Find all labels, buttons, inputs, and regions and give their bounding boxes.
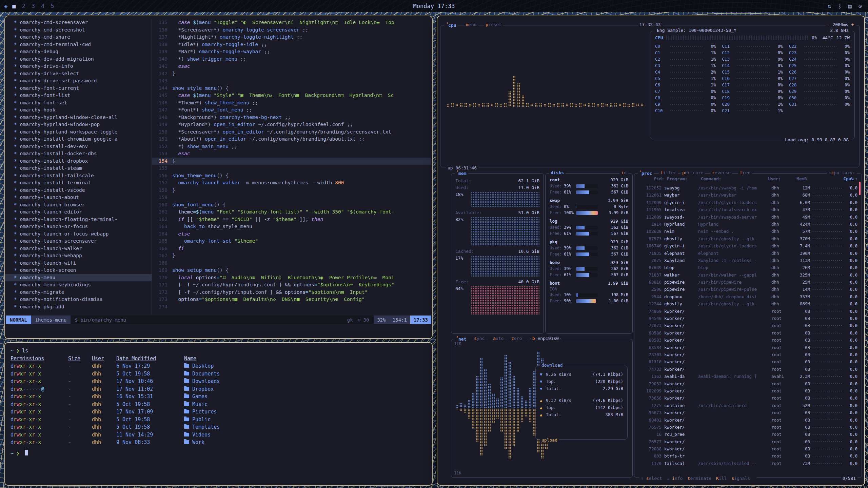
proc-row[interactable]: 112090glycin-i/usr/lib/glycin-loadersdhh…: [636, 199, 860, 206]
file-item[interactable]: * omarchy-launch-or-focus: [5, 223, 152, 230]
btop-preset-button[interactable]: preset: [484, 22, 503, 27]
proc-per-core-toggle[interactable]: per-core: [680, 170, 705, 175]
code-editor-pane[interactable]: 135 case $(menu "Toggle" "◐ Screensaver\…: [152, 19, 431, 314]
proc-row[interactable]: 68583kworker/root0B0.0: [636, 337, 860, 344]
process-list[interactable]: 112052swaybg/usr/bin/swaybg -i /homdhh12…: [636, 184, 860, 473]
directory-name[interactable]: Documents: [184, 370, 220, 378]
power-icon[interactable]: ⊙: [859, 3, 862, 9]
file-item[interactable]: * omarchy-menu: [5, 274, 152, 282]
memory-panel-title[interactable]: ²mem: [455, 170, 468, 176]
proc-row[interactable]: 79032kworker/root0B0.0: [636, 380, 860, 387]
directory-name[interactable]: Dropbox: [184, 385, 214, 393]
proc-row[interactable]: 106746glycin-i/usr/lib/glycin-loadersdhh…: [636, 242, 860, 249]
proc-row[interactable]: 102638nvimnvim --embed .dhh57M0.0: [636, 228, 860, 235]
file-item[interactable]: * omarchy-font-set: [5, 99, 152, 107]
proc-row[interactable]: 73656kworker/root0B0.0: [636, 394, 860, 402]
proc-row[interactable]: 74733kworker/root0B0.0: [636, 366, 860, 373]
net-zero-toggle[interactable]: zero: [510, 336, 524, 341]
proc-row[interactable]: 73703kworker/root0B0.0: [636, 351, 860, 358]
proc-action-select[interactable]: select: [646, 476, 662, 481]
shell-terminal-window[interactable]: ~ ❯ ls Permissions Size User Date Modifi…: [4, 342, 433, 486]
network-arrows-icon[interactable]: ⇅: [828, 3, 831, 9]
file-item[interactable]: * omarchy-launch-about: [5, 194, 152, 201]
proc-row[interactable]: 2544dropbox/home/dhh/.dropbox-distdhh357…: [636, 293, 860, 300]
tray-icon[interactable]: ▤: [848, 3, 852, 9]
file-item[interactable]: * omarchy-drive-set-password: [5, 77, 152, 85]
proc-row[interactable]: 112052swaybg/usr/bin/swaybg -i /homdhh12…: [636, 184, 860, 191]
file-item[interactable]: * omarchy-drive-select: [5, 70, 152, 78]
proc-row[interactable]: 71837walker/usr/bin/walker --gappldhh325…: [636, 271, 860, 279]
proc-row[interactable]: 76575kworker/root0B0.0: [636, 424, 860, 431]
file-item[interactable]: * omarchy-pkg-add: [5, 303, 152, 311]
directory-name[interactable]: Videos: [184, 431, 211, 439]
network-panel-title[interactable]: ³net: [455, 336, 468, 342]
proc-action-info[interactable]: info: [672, 476, 683, 481]
proc-sort-selector[interactable]: ‹cpu lazy›: [827, 170, 857, 175]
file-item[interactable]: * omarchy-cmd-share: [5, 34, 152, 41]
directory-name[interactable]: Work: [184, 439, 204, 446]
file-item[interactable]: * omarchy-hyprland-window-pop: [5, 121, 152, 128]
net-sync-toggle[interactable]: sync: [472, 336, 486, 341]
proc-row[interactable]: 94540kworker/root0B0.0: [636, 315, 860, 322]
file-item[interactable]: * omarchy-hyprland-window-close-all: [5, 114, 152, 121]
editor-terminal-window[interactable]: * omarchy-cmd-screensaver* omarchy-cmd-s…: [4, 16, 433, 339]
file-item[interactable]: * omarchy-install-steam: [5, 165, 152, 172]
cpu-panel-title[interactable]: ¹cpu: [445, 22, 458, 28]
file-item[interactable]: * omarchy-install-dropbox: [5, 158, 152, 165]
proc-row[interactable]: 87573ghostty/usr/bin/ghostty --gtk-dhh37…: [636, 235, 860, 242]
workspace-item[interactable]: ■: [12, 3, 16, 9]
workspace-item[interactable]: 2: [22, 3, 25, 9]
proc-row[interactable]: 81310kworker/root0B0.0: [636, 358, 860, 365]
proc-row[interactable]: 74869kworker/root0B0.0: [636, 308, 860, 315]
directory-name[interactable]: Desktop: [184, 362, 214, 370]
file-item[interactable]: * omarchy-migrate: [5, 289, 152, 296]
bluetooth-icon[interactable]: ᛒ: [838, 3, 841, 9]
workspace-item[interactable]: 5: [51, 3, 54, 9]
file-item[interactable]: * omarchy-hook: [5, 106, 152, 114]
disks-io-toggle[interactable]: io: [619, 170, 628, 175]
directory-name[interactable]: Music: [184, 401, 208, 408]
proc-tree-toggle[interactable]: tree: [738, 170, 752, 175]
file-item[interactable]: * omarchy-dev-add-migration: [5, 56, 152, 63]
file-item[interactable]: * omarchy-lock-screen: [5, 267, 152, 274]
process-panel-title[interactable]: ⁴proc: [638, 170, 654, 176]
proc-row[interactable]: 12244ghostty/usr/bin/ghostty --gtk-dhh86…: [636, 300, 860, 307]
omarchy-logo-icon[interactable]: ◈: [4, 3, 7, 9]
proc-action-terminate[interactable]: terminate: [688, 476, 711, 481]
proc-row[interactable]: 16rcu_preeroot0B0.0: [636, 431, 860, 438]
proc-row[interactable]: 71835elephantelephantdhh390M0.0: [636, 250, 860, 257]
file-item[interactable]: * omarchy-launch-wifi: [5, 260, 152, 267]
file-item[interactable]: * omarchy-drive-info: [5, 63, 152, 70]
file-item[interactable]: * omarchy-launch-walker: [5, 245, 152, 252]
file-item[interactable]: * omarchy-launch-browser: [5, 201, 152, 209]
proc-row[interactable]: 1162avahi-daavahi-daemon: running [avahi…: [636, 373, 860, 380]
proc-row[interactable]: 2075XwaylandXwayland :1 -rootless -dhh11…: [636, 257, 860, 264]
file-item[interactable]: * omarchy-font-current: [5, 85, 152, 92]
proc-row[interactable]: 68584kworker/root0B0.0: [636, 344, 860, 351]
file-item[interactable]: * omarchy-install-tailscale: [5, 172, 152, 180]
proc-row[interactable]: 2506pipewire/usr/bin/pipewire-pulsedhh14…: [636, 286, 860, 293]
proc-action-signals[interactable]: signals: [731, 476, 750, 481]
file-item[interactable]: * omarchy-install-vscode: [5, 187, 152, 194]
file-item[interactable]: * omarchy-font-list: [5, 92, 152, 99]
proc-row[interactable]: 72088kworker/root0B0.0: [636, 445, 860, 452]
file-explorer-pane[interactable]: * omarchy-cmd-screensaver* omarchy-cmd-s…: [5, 19, 152, 314]
workspace-item[interactable]: 4: [41, 3, 44, 9]
btop-menu-button[interactable]: menu: [464, 22, 478, 27]
proc-row[interactable]: 111965localsea/usr/lib/localsearch-exdhh…: [636, 206, 860, 213]
shell-prompt-line-2[interactable]: ~ ❯: [11, 450, 427, 458]
directory-name[interactable]: Templates: [184, 423, 220, 431]
proc-row[interactable]: 76577kworker/root0B0.0: [636, 438, 860, 445]
file-item[interactable]: * omarchy-notification-dismiss: [5, 296, 152, 303]
process-scrollbar[interactable]: [859, 182, 861, 195]
file-item[interactable]: * omarchy-cmd-terminal-cwd: [5, 41, 152, 48]
file-item[interactable]: * omarchy-launch-screensaver: [5, 238, 152, 245]
proc-row[interactable]: 63816pipewire/usr/bin/pipewiredhh25M0.0: [636, 279, 860, 286]
proc-row[interactable]: 102099kworker/root0B0.0: [636, 387, 860, 394]
file-item[interactable]: * omarchy-cmd-screenshot: [5, 26, 152, 34]
proc-row[interactable]: 68586kworker/root0B0.0: [636, 329, 860, 337]
directory-name[interactable]: Games: [184, 393, 208, 401]
file-item[interactable]: * omarchy-cmd-screensaver: [5, 19, 152, 26]
proc-filter-button[interactable]: filter: [659, 170, 678, 175]
file-item[interactable]: * omarchy-debug: [5, 48, 152, 56]
